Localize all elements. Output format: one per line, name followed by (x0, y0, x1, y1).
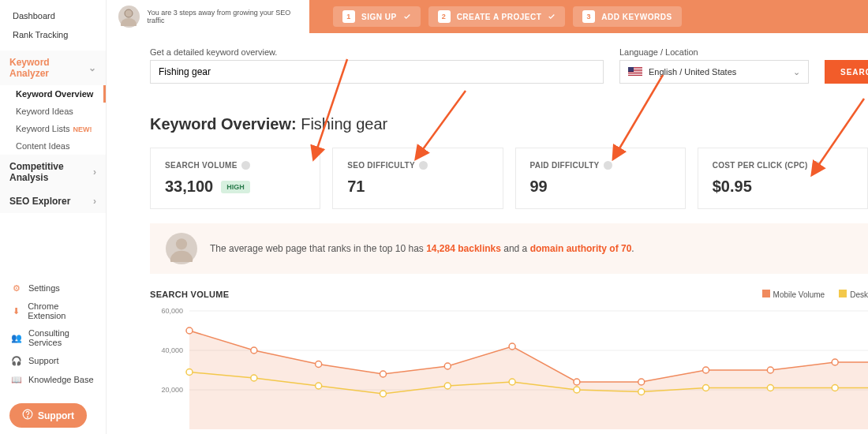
backlinks-highlight: 14,284 backlinks (426, 243, 501, 254)
metric-card-search-volume: SEARCH VOLUME33,100HIGH (150, 148, 320, 209)
svg-point-27 (574, 379, 580, 385)
sidebar: DashboardRank Tracking Keyword Analyzer … (0, 0, 107, 434)
chevron-down-icon: ⌄ (793, 67, 800, 77)
chart-canvas: 20,00040,00060,000JUL 2020AUG 2020SEP 20… (150, 299, 868, 434)
chevron-right-icon: › (93, 166, 96, 178)
badge-high: HIGH (221, 181, 250, 193)
svg-point-42 (767, 385, 773, 391)
annotation-arrow (805, 95, 868, 181)
util-consulting-services[interactable]: 👥Consulting Services (11, 324, 95, 351)
step-label: SIGN UP (361, 13, 397, 21)
chart-legend: Mobile VolumeDesktop Volume (762, 290, 868, 299)
sidebar-item-keyword-ideas[interactable]: Keyword Ideas (0, 103, 106, 120)
download-icon: ⬇ (11, 305, 21, 316)
keyword-input[interactable] (150, 60, 604, 84)
check-icon (548, 13, 556, 21)
sidebar-item-dashboard[interactable]: Dashboard (0, 6, 106, 25)
avatar (166, 233, 197, 264)
step-add-keywords[interactable]: 3ADD KEYWORDS (573, 6, 681, 27)
svg-point-28 (638, 379, 645, 385)
legend-item[interactable]: Mobile Volume (762, 290, 825, 299)
step-create-a-project[interactable]: 2CREATE A PROJECT (428, 6, 566, 27)
svg-point-13 (176, 238, 187, 249)
sidebar-section-label: Keyword Analyzer (9, 57, 88, 79)
legend-swatch (839, 290, 847, 297)
card-value: 99 (530, 178, 671, 196)
promo-text: You are 3 steps away from growing your S… (148, 9, 301, 24)
svg-point-33 (186, 369, 193, 376)
svg-point-23 (316, 361, 322, 368)
card-title: SEARCH VOLUME (165, 161, 305, 170)
chevron-right-icon: › (93, 196, 96, 207)
step-label: CREATE A PROJECT (457, 13, 542, 21)
top-bar: You are 3 steps away from growing your S… (110, 0, 868, 33)
legend-item[interactable]: Desktop Volume (839, 290, 868, 299)
step-number: 1 (342, 10, 355, 23)
promo-card: You are 3 steps away from growing your S… (110, 0, 309, 33)
svg-point-25 (444, 363, 451, 369)
step-buttons: 1SIGN UP2CREATE A PROJECT3ADD KEYWORDS (333, 6, 682, 27)
svg-point-4 (28, 417, 28, 417)
sidebar-section-seo-explorer[interactable]: SEO Explorer› (0, 189, 106, 213)
legend-swatch (762, 290, 770, 297)
people-icon: 👥 (11, 332, 22, 343)
svg-point-21 (186, 327, 193, 334)
info-icon[interactable] (241, 161, 250, 170)
main-content: Get a detailed keyword overview. Languag… (110, 33, 868, 434)
book-icon: 📖 (11, 374, 22, 385)
util-knowledge-base[interactable]: 📖Knowledge Base (11, 370, 95, 389)
svg-point-1 (121, 18, 137, 26)
step-sign-up[interactable]: 1SIGN UP (333, 6, 421, 27)
sidebar-item-content-ideas[interactable]: Content Ideas (0, 137, 106, 155)
card-value: 33,100HIGH (165, 178, 305, 196)
svg-point-29 (703, 367, 709, 373)
svg-text:20,000: 20,000 (161, 386, 183, 394)
search-row: Get a detailed keyword overview. Languag… (150, 47, 868, 84)
page-title-prefix: Keyword Overview: (150, 115, 297, 133)
svg-point-31 (832, 359, 838, 365)
metric-cards: SEARCH VOLUME33,100HIGHSEO DIFFICULTY71P… (150, 148, 868, 209)
sidebar-item-keyword-overview[interactable]: Keyword Overview (0, 85, 106, 103)
svg-line-57 (314, 59, 347, 158)
sidebar-section-competitive-analysis[interactable]: Competitive Analysis› (0, 155, 106, 189)
sidebar-item-rank-tracking[interactable]: Rank Tracking (0, 25, 106, 44)
annotation-arrow (608, 71, 671, 166)
support-button-label: Support (38, 410, 74, 421)
util-support[interactable]: 🎧Support (11, 351, 95, 370)
svg-point-34 (251, 375, 257, 381)
annotation-arrow (308, 55, 355, 166)
svg-line-58 (417, 91, 466, 158)
info-strip-text: The average web page that ranks in the t… (210, 243, 634, 254)
avatar (118, 6, 140, 28)
card-value: 71 (347, 178, 488, 196)
sidebar-item-keyword-lists[interactable]: Keyword ListsNEW! (0, 120, 106, 137)
help-icon (22, 409, 33, 422)
svg-line-59 (614, 75, 663, 158)
search-button[interactable]: SEARCH (825, 60, 868, 84)
svg-point-35 (316, 383, 322, 389)
svg-point-40 (638, 389, 645, 395)
headset-icon: 🎧 (11, 355, 22, 366)
svg-point-41 (703, 385, 709, 391)
annotation-arrow (410, 87, 473, 166)
support-button[interactable]: Support (9, 403, 87, 428)
step-number: 2 (438, 10, 451, 23)
step-number: 3 (582, 10, 595, 23)
svg-point-24 (380, 371, 386, 377)
chart-title: SEARCH VOLUME (150, 290, 229, 299)
svg-point-37 (444, 383, 451, 389)
util-chrome-extension[interactable]: ⬇Chrome Extension (11, 297, 95, 324)
check-icon (403, 13, 411, 21)
svg-text:60,000: 60,000 (161, 307, 183, 315)
svg-point-39 (574, 387, 580, 393)
keyword-input-label: Get a detailed keyword overview. (150, 47, 604, 57)
gear-icon: ⚙ (11, 282, 22, 294)
info-strip: The average web page that ranks in the t… (150, 223, 868, 274)
svg-line-60 (813, 99, 864, 174)
sidebar-section-keyword-analyzer[interactable]: Keyword Analyzer ⌄ (0, 51, 106, 85)
util-settings[interactable]: ⚙Settings (11, 279, 95, 297)
svg-point-14 (170, 251, 193, 262)
svg-point-43 (832, 385, 838, 391)
page-title: Keyword Overview: Fishing gear (150, 115, 868, 133)
location-label: Language / Location (619, 47, 809, 57)
